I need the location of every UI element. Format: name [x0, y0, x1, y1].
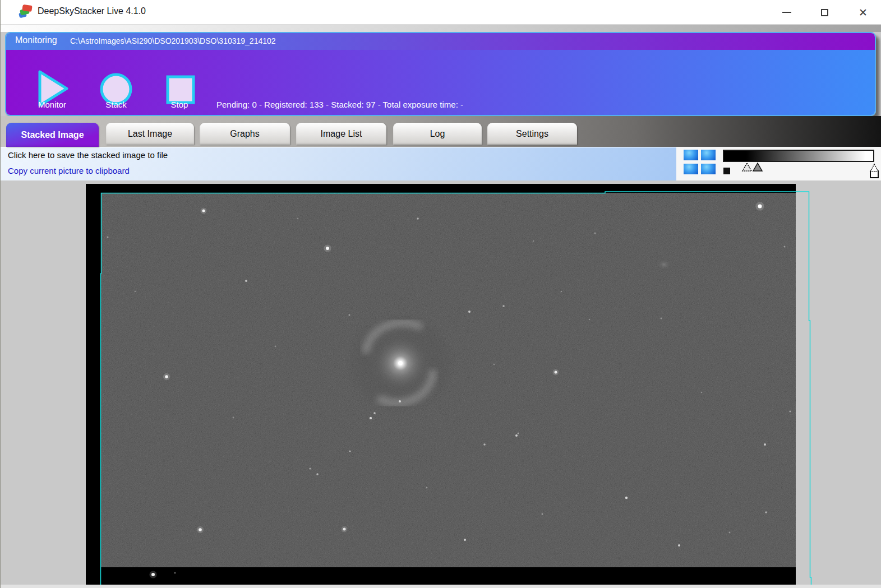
monitored-folder-path: C:\AstroImages\ASI290\DSO201903\DSO\3103…: [70, 36, 276, 45]
black-level-marker[interactable]: [742, 163, 751, 171]
monitor-button-label: Monitor: [30, 100, 75, 109]
maximize-icon: [821, 9, 828, 16]
copy-to-clipboard-link[interactable]: Copy current picture to clipboard: [8, 166, 130, 175]
black-point-swatch[interactable]: [723, 168, 730, 174]
midtone-level-marker[interactable]: [753, 163, 762, 171]
tab-log[interactable]: Log: [393, 123, 482, 145]
histogram-gradient-bar[interactable]: [723, 150, 874, 162]
minimize-icon: [782, 12, 791, 13]
tab-strip: Stacked ImageLast ImageGraphsImage ListL…: [1, 116, 881, 147]
tile-top-left: [684, 150, 698, 160]
monitoring-label: Monitoring: [15, 35, 57, 45]
white-level-marker-box[interactable]: [870, 171, 878, 178]
tile-bottom-right: [701, 164, 716, 174]
tile-top-right: [701, 150, 716, 160]
tab-stacked-image[interactable]: Stacked Image: [6, 123, 99, 147]
white-level-marker[interactable]: [870, 164, 878, 172]
title-bar: DeepSkyStacker Live 4.1.0 ✕: [1, 0, 881, 25]
levels-control-bar: [676, 147, 881, 180]
monitoring-body: Monitor Stack Stop Pending: 0 - Register…: [6, 50, 875, 115]
stacked-image-view: [1, 180, 881, 585]
faint-background-galaxy: [657, 260, 671, 270]
tab-last-image[interactable]: Last Image: [106, 123, 194, 145]
save-stacked-image-link[interactable]: Click here to save the stacked image to …: [8, 150, 168, 160]
stop-button-label: Stop: [157, 100, 202, 109]
action-links-bar: Click here to save the stacked image to …: [1, 147, 676, 180]
monitoring-panel: Monitoring C:\AstroImages\ASI290\DSO2019…: [5, 32, 876, 116]
tab-image-list[interactable]: Image List: [296, 123, 386, 145]
channel-tiles-icon[interactable]: [684, 150, 716, 175]
astro-image-canvas: [86, 184, 796, 585]
app-icon-red-layer: [22, 4, 32, 12]
app-icon: [19, 5, 34, 20]
minimize-button[interactable]: [774, 0, 800, 25]
tile-bottom-left: [684, 164, 698, 174]
window-title: DeepSkyStacker Live 4.1.0: [38, 6, 146, 16]
stop-square-icon: [168, 77, 193, 103]
close-icon: ✕: [859, 7, 868, 18]
window-bottom-edge: [1, 585, 881, 588]
astro-image[interactable]: [86, 184, 796, 585]
app-window: DeepSkyStacker Live 4.1.0 ✕ Monitoring C…: [0, 0, 881, 588]
monitoring-header: Monitoring C:\AstroImages\ASI290\DSO2019…: [6, 33, 875, 50]
spiral-galaxy: [344, 312, 456, 415]
close-button[interactable]: ✕: [850, 0, 876, 25]
level-markers: [732, 161, 881, 180]
stacking-status-text: Pending: 0 - Registered: 133 - Stacked: …: [216, 100, 463, 109]
stack-button-label: Stack: [94, 100, 139, 109]
tab-graphs[interactable]: Graphs: [200, 123, 290, 145]
titlebar-shadow-strip: [1, 25, 881, 32]
tab-settings[interactable]: Settings: [487, 123, 577, 145]
maximize-button[interactable]: [811, 0, 837, 25]
